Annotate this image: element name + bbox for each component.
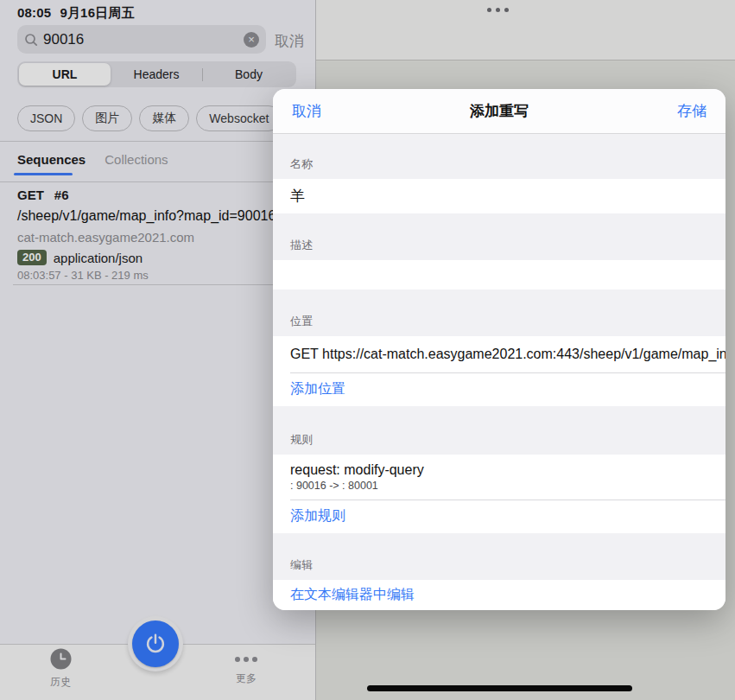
section-label-name: 名称 (290, 156, 708, 172)
description-field[interactable] (273, 260, 725, 290)
section-label-location: 位置 (290, 314, 708, 329)
name-field[interactable]: 羊 (273, 179, 725, 213)
section-label-description: 描述 (290, 238, 708, 253)
rule-detail: : 90016 -> : 80001 (290, 479, 378, 493)
section-label-rules: 规则 (290, 432, 708, 448)
location-row[interactable]: GET https://cat-match.easygame2021.com:4… (273, 336, 725, 372)
location-group: GET https://cat-match.easygame2021.com:4… (273, 336, 725, 406)
modal-header: 取消 添加重写 存储 (273, 89, 725, 134)
rules-group: request: modify-query : 90016 -> : 80001… (273, 455, 725, 533)
section-label-edit: 编辑 (290, 557, 708, 573)
modal-title: 添加重写 (273, 101, 725, 121)
location-value: GET https://cat-match.easygame2021.com:4… (290, 347, 725, 362)
modal-save-button[interactable]: 存储 (677, 101, 706, 121)
name-value: 羊 (290, 186, 305, 206)
edit-in-text-editor-button[interactable]: 在文本编辑器中编辑 (273, 580, 725, 610)
rule-value: request: modify-query (290, 461, 424, 479)
add-rule-button[interactable]: 添加规则 (273, 500, 725, 533)
rule-row[interactable]: request: modify-query : 90016 -> : 80001 (273, 455, 725, 500)
add-rewrite-modal: 取消 添加重写 存储 名称 羊 描述 位置 GET https://cat-ma… (273, 89, 725, 610)
add-location-button[interactable]: 添加位置 (273, 373, 725, 406)
screen: 08:059月16日周五 90016 × 取消 URL Headers Body… (0, 0, 735, 700)
